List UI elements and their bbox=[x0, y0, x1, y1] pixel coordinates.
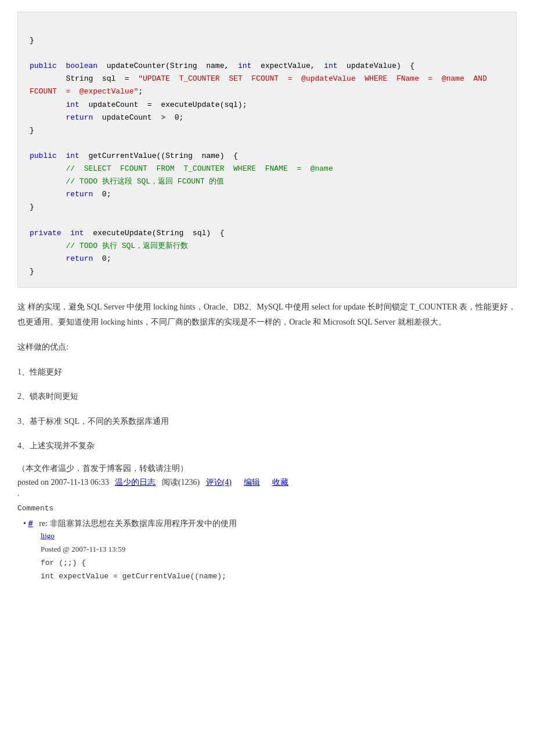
edit-link[interactable]: 编辑 bbox=[244, 478, 260, 487]
keyword-int-4: int bbox=[66, 152, 79, 160]
keyword-int-2: int bbox=[324, 62, 337, 70]
comment-hash-anchor[interactable]: # bbox=[28, 519, 33, 528]
note-text: （本文作者温少，首发于博客园，转载请注明） bbox=[17, 464, 188, 473]
advantage-3: 3、基于标准 SQL，不同的关系数据库通用 bbox=[17, 414, 517, 430]
keyword-private: private bbox=[30, 229, 62, 237]
keyword-return-1: return bbox=[66, 113, 93, 122]
prose-text-1: 这 样的实现，避免 SQL Server 中使用 locking hints，O… bbox=[17, 303, 517, 327]
posted-text: posted on 2007-11-13 06:33 bbox=[17, 478, 109, 487]
comment-posted-line: Posted @ 2007-11-13 13:59 bbox=[41, 542, 517, 556]
comment-todo2: // TODO 执行 SQL，返回更新行数 bbox=[66, 242, 188, 250]
author-link[interactable]: 温少的日志 bbox=[115, 478, 156, 487]
closing-brace-1: } bbox=[30, 36, 34, 45]
collect-link[interactable]: 收藏 bbox=[272, 478, 288, 487]
comment-select: // SELECT FCOUNT FROM T_COUNTER WHERE FN… bbox=[66, 164, 333, 173]
keyword-return-2: return bbox=[66, 190, 93, 199]
comment-title-text: re: 非阻塞算法思想在关系数据库应用程序开发中的使用 bbox=[39, 519, 236, 528]
page-container: } public boolean updateCounter(String na… bbox=[17, 12, 517, 584]
comments-section: Comments # re: 非阻塞算法思想在关系数据库应用程序开发中的使用 l… bbox=[17, 504, 517, 584]
posted-line: posted on 2007-11-13 06:33 温少的日志 阅读(1236… bbox=[17, 477, 517, 488]
comment-todo1: // TODO 执行这段 SQL，返回 FCOUNT 的值 bbox=[66, 177, 224, 186]
keyword-int-1: int bbox=[238, 62, 251, 70]
prose-paragraph-1: 这 样的实现，避免 SQL Server 中使用 locking hints，O… bbox=[17, 300, 517, 330]
comment-hash-link[interactable]: # bbox=[28, 519, 35, 528]
dot-line: . bbox=[17, 489, 517, 498]
sql-string: "UPDATE T_COUNTER SET FCOUNT = @updateVa… bbox=[30, 74, 496, 96]
read-count: 阅读(1236) bbox=[162, 478, 200, 487]
keyword-public: public bbox=[30, 62, 57, 70]
keyword-return-3: return bbox=[66, 254, 93, 263]
comment-author-link[interactable]: liigo bbox=[41, 531, 55, 540]
code-block: } public boolean updateCounter(String na… bbox=[17, 12, 517, 288]
comments-label: Comments bbox=[17, 504, 517, 513]
comment-code-line1: for (;;) { bbox=[41, 556, 517, 570]
comment-link[interactable]: 评论(4) bbox=[206, 478, 232, 487]
keyword-public-2: public bbox=[30, 152, 57, 160]
note-line: （本文作者温少，首发于博客园，转载请注明） bbox=[17, 463, 517, 474]
advantage-1: 1、性能更好 bbox=[17, 365, 517, 380]
advantage-2: 2、锁表时间更短 bbox=[17, 389, 517, 405]
keyword-int-3: int bbox=[66, 100, 79, 109]
comment-author-line: liigo bbox=[41, 529, 517, 542]
comment-code-line2: int expectValue = getCurrentValue((name)… bbox=[41, 570, 517, 583]
keyword-int-5: int bbox=[70, 229, 84, 237]
advantages-title: 这样做的优点: bbox=[17, 340, 517, 355]
advantages-block: 这样做的优点: 1、性能更好 2、锁表时间更短 3、基于标准 SQL，不同的关系… bbox=[17, 340, 517, 454]
advantage-4: 4、上述实现并不复杂 bbox=[17, 438, 517, 454]
comment-detail-1: liigo Posted @ 2007-11-13 13:59 for (;;)… bbox=[41, 529, 517, 584]
keyword-boolean: boolean bbox=[66, 62, 98, 70]
comment-item-1: # re: 非阻塞算法思想在关系数据库应用程序开发中的使用 bbox=[23, 519, 517, 529]
